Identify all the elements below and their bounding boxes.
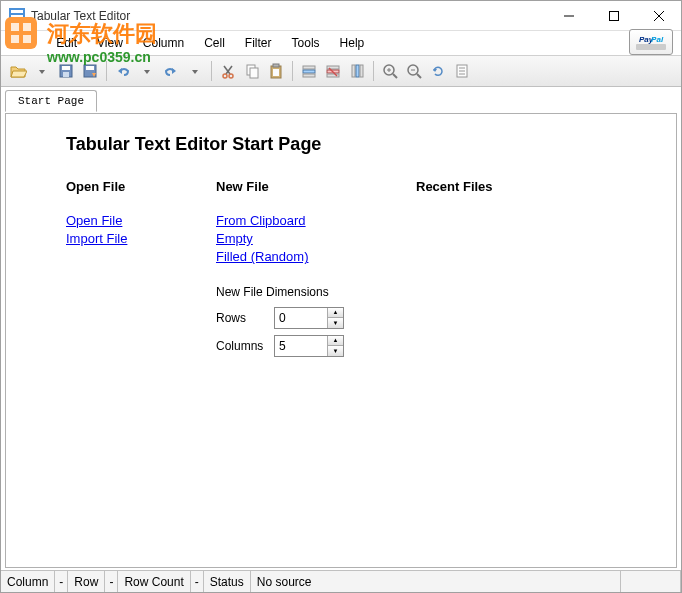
menubar: File Edit View Column Cell Filter Tools …: [1, 31, 681, 55]
status-status-label: Status: [204, 571, 251, 592]
column-tool-icon[interactable]: [346, 60, 368, 82]
rows-up-button[interactable]: ▲: [328, 308, 343, 319]
refresh-icon[interactable]: [427, 60, 449, 82]
svg-rect-37: [360, 65, 363, 77]
svg-line-43: [417, 74, 421, 78]
new-file-title: New File: [216, 179, 416, 194]
tab-start-page[interactable]: Start Page: [5, 90, 97, 112]
svg-rect-18: [86, 66, 94, 70]
svg-rect-36: [356, 65, 359, 77]
undo-dropdown-icon[interactable]: [136, 60, 158, 82]
new-file-section: New File From Clipboard Empty Filled (Ra…: [216, 179, 416, 363]
svg-rect-13: [636, 44, 666, 50]
columns-up-button[interactable]: ▲: [328, 336, 343, 347]
svg-rect-35: [352, 65, 355, 77]
rows-label: Rows: [216, 311, 274, 325]
status-column-value: -: [55, 571, 68, 592]
paste-icon[interactable]: [265, 60, 287, 82]
menu-help[interactable]: Help: [330, 33, 375, 53]
status-source: No source: [251, 571, 621, 592]
app-icon: [9, 8, 25, 24]
menu-file[interactable]: File: [7, 33, 46, 53]
svg-rect-16: [63, 72, 69, 77]
copy-icon[interactable]: [241, 60, 263, 82]
menu-column[interactable]: Column: [133, 33, 194, 53]
menu-tools[interactable]: Tools: [282, 33, 330, 53]
dimensions-label: New File Dimensions: [216, 285, 416, 299]
rows-spinner[interactable]: ▲ ▼: [274, 307, 344, 329]
open-file-link[interactable]: Open File: [66, 212, 216, 230]
row-delete-icon[interactable]: [322, 60, 344, 82]
svg-line-39: [393, 74, 397, 78]
rows-down-button[interactable]: ▼: [328, 318, 343, 328]
columns-label: Columns: [216, 339, 274, 353]
toolbar-separator: [211, 61, 212, 81]
import-file-link[interactable]: Import File: [66, 230, 216, 248]
menu-edit[interactable]: Edit: [46, 33, 87, 53]
svg-rect-29: [303, 70, 315, 73]
svg-rect-7: [11, 15, 23, 17]
page-heading: Tabular Text Editor Start Page: [66, 134, 616, 155]
svg-rect-6: [11, 10, 23, 13]
zoom-out-icon[interactable]: [403, 60, 425, 82]
start-page-content: Tabular Text Editor Start Page Open File…: [5, 113, 677, 568]
columns-input[interactable]: [275, 336, 327, 356]
status-rowcount-value: -: [191, 571, 204, 592]
row-insert-icon[interactable]: [298, 60, 320, 82]
status-right-pad: [621, 571, 681, 592]
toolbar-separator: [373, 61, 374, 81]
recent-files-title: Recent Files: [416, 179, 566, 194]
svg-rect-15: [62, 66, 70, 70]
from-clipboard-link[interactable]: From Clipboard: [216, 212, 416, 230]
close-button[interactable]: [636, 1, 681, 30]
window-title: Tabular Text Editor: [31, 9, 546, 23]
svg-rect-26: [273, 64, 279, 67]
svg-rect-24: [250, 68, 258, 78]
toolbar: [1, 55, 681, 87]
status-column-label: Column: [1, 571, 55, 592]
rows-input[interactable]: [275, 308, 327, 328]
svg-point-21: [223, 74, 227, 78]
toolbar-separator: [106, 61, 107, 81]
open-dropdown-icon[interactable]: [31, 60, 53, 82]
open-file-title: Open File: [66, 179, 216, 194]
save-icon[interactable]: [55, 60, 77, 82]
maximize-button[interactable]: [591, 1, 636, 30]
statusbar: Column - Row - Row Count - Status No sou…: [1, 570, 681, 592]
minimize-button[interactable]: [546, 1, 591, 30]
redo-dropdown-icon[interactable]: [184, 60, 206, 82]
toolbar-separator: [292, 61, 293, 81]
svg-point-22: [229, 74, 233, 78]
open-file-section: Open File Open File Import File: [66, 179, 216, 363]
svg-rect-30: [303, 74, 315, 77]
filter-tool-icon[interactable]: [451, 60, 473, 82]
open-icon[interactable]: [7, 60, 29, 82]
status-row-label: Row: [68, 571, 105, 592]
columns-down-button[interactable]: ▼: [328, 346, 343, 356]
filled-random-link[interactable]: Filled (Random): [216, 248, 416, 266]
menu-filter[interactable]: Filter: [235, 33, 282, 53]
zoom-in-icon[interactable]: [379, 60, 401, 82]
svg-rect-10: [609, 11, 618, 20]
status-row-value: -: [105, 571, 118, 592]
window-controls: [546, 1, 681, 30]
columns-spinner[interactable]: ▲ ▼: [274, 335, 344, 357]
cut-icon[interactable]: [217, 60, 239, 82]
titlebar: Tabular Text Editor: [1, 1, 681, 31]
undo-icon[interactable]: [112, 60, 134, 82]
menu-view[interactable]: View: [87, 33, 133, 53]
svg-rect-28: [303, 66, 315, 69]
status-rowcount-label: Row Count: [118, 571, 190, 592]
menu-cell[interactable]: Cell: [194, 33, 235, 53]
saveas-icon[interactable]: [79, 60, 101, 82]
empty-link[interactable]: Empty: [216, 230, 416, 248]
redo-icon[interactable]: [160, 60, 182, 82]
tab-strip: Start Page: [1, 87, 681, 111]
svg-rect-8: [11, 19, 23, 21]
recent-files-section: Recent Files: [416, 179, 566, 363]
svg-rect-27: [273, 69, 279, 76]
paypal-button[interactable]: PayPal: [629, 29, 673, 55]
